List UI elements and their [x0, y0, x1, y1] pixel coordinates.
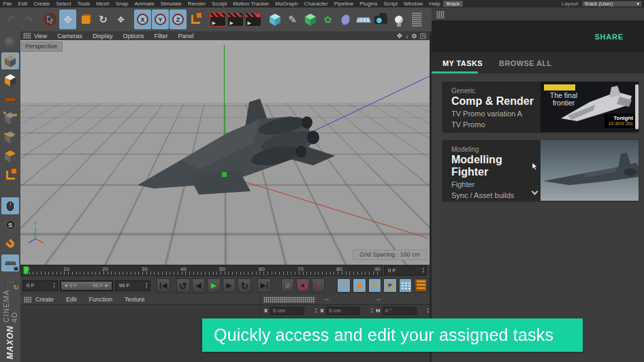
move-tool-icon[interactable]: ✥: [59, 10, 76, 29]
menu-file[interactable]: File: [0, 1, 15, 7]
viewport-zoom-icon[interactable]: ↓: [405, 32, 408, 39]
stepper-icon[interactable]: ▲▼: [370, 308, 373, 314]
key-scale-button[interactable]: ◼: [353, 278, 366, 293]
coord-x2-field[interactable]: 0 cm: [326, 307, 360, 315]
viewport-pan-icon[interactable]: ✥: [397, 32, 402, 39]
previous-frame-button[interactable]: ◀: [192, 278, 206, 293]
polygons-mode-icon[interactable]: [1, 148, 19, 165]
menu-motion-tracker[interactable]: Motion Tracker: [230, 1, 272, 7]
coordinate-system-icon[interactable]: [187, 10, 204, 29]
timeline-filmstrip-button[interactable]: [414, 278, 428, 293]
play-button[interactable]: ▶: [207, 278, 221, 293]
stepper-icon[interactable]: ▲▼: [315, 308, 317, 314]
stepper-icon[interactable]: ▲▼: [52, 282, 55, 289]
task-card[interactable]: Generic Comp & Render TV Promo variation…: [442, 82, 639, 132]
loop-back-button[interactable]: ↺: [176, 278, 190, 293]
coord-grip[interactable]: [263, 297, 315, 303]
undo-icon[interactable]: ↶: [2, 10, 19, 29]
vp-menu-options[interactable]: Options: [123, 33, 150, 39]
coord-h-field[interactable]: 0 °: [383, 307, 417, 315]
task-card[interactable]: Modeling Modelling Fighter Fighter Sync …: [442, 140, 639, 201]
snap-settings-icon[interactable]: S: [1, 216, 19, 233]
subdivision-surface-icon[interactable]: [302, 10, 319, 29]
panel-scrollbar[interactable]: [635, 84, 639, 129]
record-button[interactable]: ●: [296, 278, 310, 293]
keyframe-disabled-button[interactable]: ⊘: [281, 278, 295, 293]
x-axis-lock-icon[interactable]: X: [134, 10, 151, 29]
menu-edit[interactable]: Edit: [15, 1, 31, 7]
viewport-canvas[interactable]: Y Perspective Grid Spacing : 100 cm: [20, 40, 430, 265]
menu-tools[interactable]: Tools: [74, 1, 93, 7]
ftrack-panel-grip[interactable]: [436, 11, 445, 18]
edges-mode-icon[interactable]: [1, 129, 19, 146]
spline-pen-icon[interactable]: ✎: [284, 10, 301, 29]
goto-start-button[interactable]: |◀: [157, 278, 170, 293]
vp-menu-cameras[interactable]: Cameras: [57, 33, 88, 39]
vp-menu-display[interactable]: Display: [93, 33, 119, 39]
stepper-icon[interactable]: ▲▼: [422, 267, 425, 274]
enable-axis-icon[interactable]: [1, 167, 19, 184]
layout-select[interactable]: ftrack (User) ▾: [582, 1, 642, 7]
menu-script[interactable]: Script: [381, 1, 400, 7]
floor-environment-icon[interactable]: [355, 10, 372, 29]
tab-my-tasks[interactable]: MY TASKS: [442, 59, 483, 67]
stepper-icon[interactable]: ▲▼: [145, 282, 148, 289]
add-cube-icon[interactable]: [266, 10, 283, 29]
autokey-help-button[interactable]: ?: [312, 278, 325, 293]
dopesheet-grip[interactable]: [24, 297, 31, 303]
loop-forward-button[interactable]: ↻: [238, 278, 251, 293]
ds-menu-function[interactable]: Function: [89, 296, 113, 303]
menu-window[interactable]: Window: [400, 1, 425, 7]
scale-tool-icon[interactable]: [77, 10, 94, 29]
viewport-grip[interactable]: [23, 33, 31, 39]
menu-select[interactable]: Select: [53, 1, 74, 7]
preview-range-slider[interactable]: ◄ 0 F90 F ►: [60, 280, 113, 291]
camera-icon[interactable]: [372, 10, 389, 29]
goto-end-button[interactable]: ▶|: [257, 278, 271, 293]
viewport-rotate-icon[interactable]: ⊙: [411, 32, 417, 39]
menu-simulate[interactable]: Simulate: [157, 1, 184, 7]
rotate-tool-icon[interactable]: ↻: [95, 10, 112, 29]
menu-create[interactable]: Create: [31, 1, 53, 7]
share-button[interactable]: SHARE: [594, 33, 624, 41]
camera-label[interactable]: Perspective: [21, 42, 63, 52]
menu-plugins[interactable]: Plugins: [357, 1, 381, 7]
mograph-array-icon[interactable]: ✿: [319, 10, 336, 29]
points-mode-icon[interactable]: [1, 110, 19, 127]
menu-pipeline[interactable]: Pipeline: [331, 1, 356, 7]
light-icon[interactable]: [390, 10, 407, 29]
menu-mesh[interactable]: Mesh: [93, 1, 113, 7]
end-frame-field[interactable]: 90 F▲▼: [115, 280, 150, 291]
ds-menu-create[interactable]: Create: [35, 296, 54, 303]
ds-menu-texture[interactable]: Texture: [125, 296, 145, 303]
make-editable-icon[interactable]: [1, 52, 19, 69]
redo-icon[interactable]: ↷: [20, 10, 37, 29]
key-position-button[interactable]: ✛: [337, 278, 351, 293]
vp-menu-view[interactable]: View: [34, 33, 53, 39]
menu-render[interactable]: Render: [184, 1, 208, 7]
menu-ftrack[interactable]: ftrack: [443, 1, 463, 7]
render-view-icon[interactable]: [209, 10, 226, 29]
menu-animate[interactable]: Animate: [131, 1, 157, 7]
coord-x-field[interactable]: 0 cm: [270, 307, 304, 315]
toolbar-grip[interactable]: [412, 12, 421, 27]
y-axis-lock-icon[interactable]: Y: [152, 10, 169, 29]
timeline-ruler[interactable]: 0 10 20 30 40 50 60 70 80 90: [20, 265, 383, 276]
lock-workplane-icon[interactable]: [1, 254, 19, 272]
last-tool-icon[interactable]: ✥: [112, 10, 129, 29]
frame-number-field[interactable]: 0 F ▲▼: [384, 265, 427, 276]
model-mode-icon[interactable]: [1, 71, 19, 88]
viewport-navigation-icon[interactable]: [1, 197, 19, 214]
menu-snap[interactable]: Snap: [112, 1, 131, 7]
render-picture-viewer-icon[interactable]: [227, 10, 244, 29]
menu-sculpt[interactable]: Sculpt: [209, 1, 230, 7]
menu-help[interactable]: Help: [426, 1, 443, 7]
render-settings-icon[interactable]: ✱: [244, 10, 261, 29]
menu-character[interactable]: Character: [301, 1, 331, 7]
key-pla-button[interactable]: [399, 278, 413, 293]
menu-mograph[interactable]: MoGraph: [272, 1, 301, 7]
z-axis-lock-icon[interactable]: Z: [170, 10, 187, 29]
current-frame-field[interactable]: 0 F▲▼: [22, 280, 58, 291]
ds-menu-edit[interactable]: Edit: [66, 296, 77, 303]
key-parameter-button[interactable]: P: [383, 278, 397, 293]
